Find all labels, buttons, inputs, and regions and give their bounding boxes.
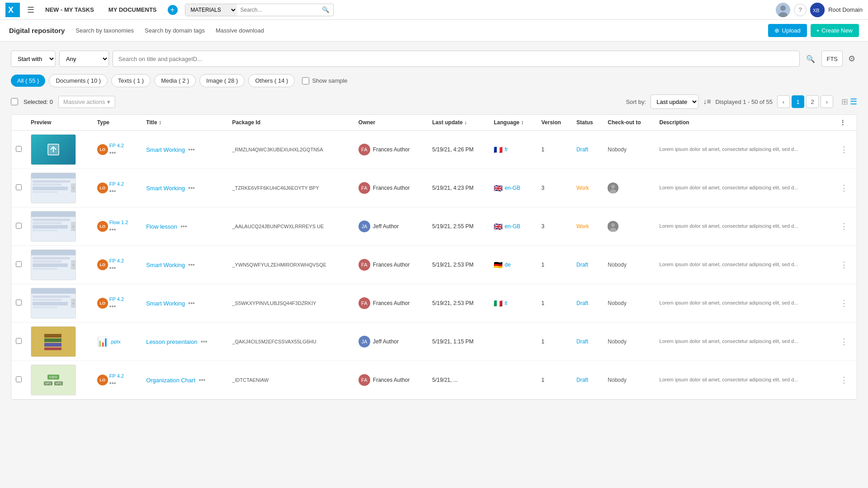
tab-others[interactable]: Others ( 14 ): [248, 74, 295, 87]
list-view-button[interactable]: ☰: [850, 97, 857, 107]
title-more-icon[interactable]: •••: [180, 223, 187, 230]
title-link[interactable]: Smart Working: [146, 300, 185, 307]
row-more-icon[interactable]: ⋮: [840, 183, 848, 192]
type-cell: LO FP 4.2 •••: [93, 361, 142, 399]
menu-icon[interactable]: ☰: [27, 5, 34, 15]
row-more-icon[interactable]: ⋮: [840, 222, 848, 231]
title-more-icon[interactable]: •••: [188, 184, 195, 192]
row-checkbox[interactable]: [16, 376, 22, 382]
row-more-icon[interactable]: ⋮: [840, 337, 848, 346]
preview-thumbnail[interactable]: [31, 326, 76, 357]
language-cell-wrap: 🇬🇧 en-GB: [489, 169, 537, 207]
row-more-icon[interactable]: ⋮: [840, 375, 848, 385]
row-checkbox[interactable]: [16, 146, 22, 152]
preview-thumbnail[interactable]: ›: [31, 249, 76, 280]
page-2-button[interactable]: 2: [806, 95, 819, 108]
col-language[interactable]: Language ↕: [489, 115, 537, 131]
tabs-row: All ( 55 ) Documents ( 10 ) Texts ( 1 ) …: [11, 74, 857, 87]
massive-download-link[interactable]: Massive download: [216, 27, 264, 34]
status-badge[interactable]: Draft: [576, 338, 588, 345]
title-more-icon[interactable]: •••: [201, 338, 208, 345]
type-badge: LO Flow 1.2 •••: [97, 220, 128, 233]
row-checkbox[interactable]: [16, 300, 22, 305]
tab-media[interactable]: Media ( 2 ): [154, 74, 196, 87]
row-more-icon[interactable]: ⋮: [840, 299, 848, 308]
title-link[interactable]: Lesson presentaion: [146, 338, 197, 345]
preview-cell: CEO VP1 VP2: [26, 361, 93, 399]
select-all-checkbox[interactable]: [11, 98, 18, 105]
preview-thumbnail[interactable]: CEO VP1 VP2: [31, 365, 76, 395]
col-title[interactable]: Title ↕: [142, 115, 227, 131]
tab-documents[interactable]: Documents ( 10 ): [49, 74, 108, 87]
status-badge[interactable]: Draft: [576, 146, 588, 153]
nav-plus-button[interactable]: +: [168, 5, 178, 15]
row-checkbox[interactable]: [16, 184, 22, 190]
title-link[interactable]: Flow lesson: [146, 223, 177, 230]
status-badge[interactable]: Work: [576, 185, 589, 191]
any-select[interactable]: Any Title Package ID: [59, 51, 109, 67]
title-link[interactable]: Organization Chart: [146, 377, 195, 384]
title-cell: Flow lesson •••: [142, 207, 227, 246]
preview-thumbnail[interactable]: ›: [31, 173, 76, 203]
start-with-select[interactable]: Start with Contains Ends with: [11, 51, 56, 67]
title-cell: Organization Chart •••: [142, 361, 227, 399]
preview-thumbnail[interactable]: ›: [31, 211, 76, 242]
preview-thumbnail[interactable]: [31, 134, 76, 165]
search-taxonomies-link[interactable]: Search by taxonomies: [75, 27, 134, 34]
row-checkbox[interactable]: [16, 223, 22, 229]
owner-name: Jeff Author: [373, 223, 399, 230]
nav-link-tasks[interactable]: NEW - MY TASKS: [42, 5, 98, 15]
title-link[interactable]: Smart Working: [146, 185, 185, 192]
prev-page-button[interactable]: ‹: [777, 95, 790, 108]
search-input[interactable]: [113, 51, 800, 67]
show-sample-checkbox[interactable]: [302, 77, 309, 84]
checkout-avatar: [608, 183, 618, 193]
help-button[interactable]: ?: [794, 4, 807, 16]
sort-by-select[interactable]: Last update Title Version: [651, 94, 698, 109]
title-link[interactable]: Smart Working: [146, 146, 185, 153]
version-cell: 1: [537, 246, 572, 284]
owner-name: Frances Author: [373, 146, 410, 153]
col-checkbox: [11, 115, 26, 131]
grid-view-button[interactable]: ⊞: [841, 97, 848, 107]
show-sample-label[interactable]: Show sample: [302, 77, 347, 84]
upload-button[interactable]: ⊕ Upload: [768, 24, 807, 37]
filter-options-button[interactable]: ⚙: [846, 54, 857, 64]
next-page-button[interactable]: ›: [821, 95, 833, 108]
row-checkbox-cell: [11, 131, 26, 169]
col-last-update[interactable]: Last update ↓: [428, 115, 489, 131]
search-domain-tags-link[interactable]: Search by domain tags: [145, 27, 205, 34]
status-badge[interactable]: Draft: [576, 300, 588, 306]
search-category-select[interactable]: MATERIALS DOCUMENTS: [185, 4, 237, 16]
title-more-icon[interactable]: •••: [199, 376, 206, 384]
nav-link-documents[interactable]: MY DOCUMENTS: [105, 5, 160, 15]
sort-direction-button[interactable]: ↓≡: [703, 98, 711, 106]
row-more-icon[interactable]: ⋮: [840, 260, 848, 269]
checkout-cell: Nobody: [608, 300, 626, 306]
search-icon-button[interactable]: 🔍: [803, 55, 818, 63]
create-new-button[interactable]: ▪ Create New: [811, 24, 859, 37]
row-checkbox[interactable]: [16, 338, 22, 344]
title-link[interactable]: Smart Working: [146, 262, 185, 268]
massive-actions-button[interactable]: Massive actions ▾: [58, 96, 115, 108]
tab-image[interactable]: Image ( 28 ): [199, 74, 245, 87]
status-badge[interactable]: Work: [576, 223, 589, 230]
tab-all[interactable]: All ( 55 ): [11, 75, 45, 87]
status-badge[interactable]: Draft: [576, 377, 588, 383]
title-more-icon[interactable]: •••: [188, 146, 195, 153]
row-checkbox[interactable]: [16, 261, 22, 267]
status-badge[interactable]: Draft: [576, 262, 588, 268]
preview-thumbnail[interactable]: ›: [31, 288, 76, 319]
title-more-icon[interactable]: •••: [188, 261, 195, 268]
tab-texts[interactable]: Texts ( 1 ): [111, 74, 151, 87]
page-1-button[interactable]: 1: [792, 95, 804, 108]
svg-text:XB: XB: [813, 8, 820, 13]
user-avatar[interactable]: [776, 3, 790, 17]
title-more-icon[interactable]: •••: [188, 300, 195, 307]
table-row: › LO FP 4.2 ••• Smart Working ••• _YWN5Q…: [11, 246, 857, 284]
checkout-cell: Nobody: [608, 146, 626, 153]
row-more-icon[interactable]: ⋮: [840, 145, 848, 154]
top-search-button[interactable]: 🔍: [318, 6, 333, 13]
fts-button[interactable]: FTS: [821, 51, 843, 67]
top-search-input[interactable]: [237, 4, 318, 16]
